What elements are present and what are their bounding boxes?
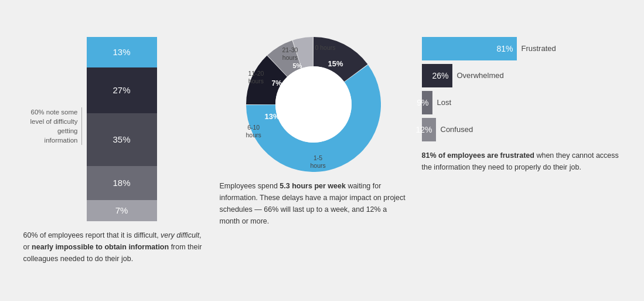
chart1-section: 60% note some level of difficulty gettin… — [23, 37, 205, 265]
hbar-fill: 26% — [422, 64, 452, 87]
bar-segment: 35% — [87, 113, 157, 166]
donut-chart: 0 hours 1-5hours 6-10hours 11-20hours 21… — [246, 37, 381, 172]
hbar-label: Frustrated — [522, 44, 556, 53]
chart1-annotation: 60% note some level of difficulty gettin… — [23, 107, 82, 145]
chart3-caption: 81% of employees are frustrated when the… — [422, 150, 621, 173]
bar-segment: 13% — [87, 37, 157, 67]
hbar-list: 81%Frustrated26%Overwhelmed9%Lost12%Conf… — [422, 37, 621, 141]
bar-segment: 7% — [87, 200, 157, 221]
hbar-row: 12%Confused — [422, 118, 621, 141]
chart2-section: 0 hours 1-5hours 6-10hours 11-20hours 21… — [205, 37, 422, 227]
hbar-fill: 12% — [422, 118, 436, 141]
hbar-row: 9%Lost — [422, 91, 621, 114]
bar-segment: 18% — [87, 166, 157, 200]
hbar-fill: 81% — [422, 37, 517, 60]
hbar-row: 81%Frustrated — [422, 37, 621, 60]
chart2-caption: Employees spend 5.3 hours per week waiti… — [220, 180, 407, 227]
svg-point-0 — [275, 66, 352, 143]
bar-segment: 27% — [87, 67, 157, 113]
hbar-fill: 9% — [422, 91, 432, 114]
chart1-visual: 60% note some level of difficulty gettin… — [23, 37, 205, 221]
donut-segment — [261, 66, 277, 104]
donut-segment — [297, 52, 313, 54]
hbar-label: Confused — [441, 125, 473, 134]
main-container: 60% note some level of difficulty gettin… — [12, 25, 633, 276]
donut-segment — [277, 54, 297, 66]
chart1-caption: 60% of employees report that it is diffi… — [23, 229, 205, 265]
hbar-label: Lost — [437, 98, 452, 107]
donut-svg — [246, 37, 381, 172]
hbar-label: Overwhelmed — [457, 71, 504, 80]
hbar-row: 26%Overwhelmed — [422, 64, 621, 87]
stacked-bar: 13%27%35%18%7% — [87, 37, 157, 221]
chart3-section: 81%Frustrated26%Overwhelmed9%Lost12%Conf… — [422, 37, 621, 173]
